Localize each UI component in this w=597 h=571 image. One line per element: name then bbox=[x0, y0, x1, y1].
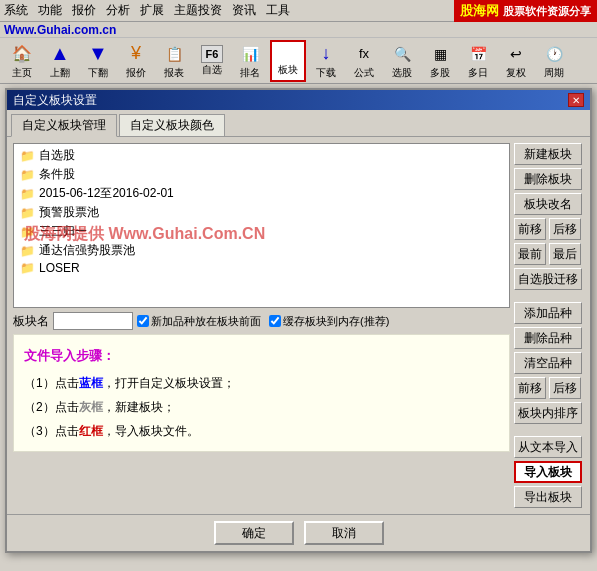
list-item-watchlist[interactable]: 📁自选股 bbox=[16, 146, 507, 165]
btn-multiday-label: 多日 bbox=[468, 66, 488, 80]
instructions-step3: （3）点击红框，导入板块文件。 bbox=[24, 419, 499, 443]
period-icon: 🕐 bbox=[542, 42, 566, 66]
btn-price[interactable]: ¥ 报价 bbox=[118, 40, 154, 82]
btn-move-up[interactable]: 前移 bbox=[514, 218, 546, 240]
btn-home[interactable]: 🏠 主页 bbox=[4, 40, 40, 82]
list-item-loser[interactable]: 📁LOSER bbox=[16, 260, 507, 276]
multistock-icon: ▦ bbox=[428, 42, 452, 66]
checkbox-cache[interactable] bbox=[269, 315, 281, 327]
dialog-content: 📁自选股 📁条件股 📁2015-06-12至2016-02-01 📁预警股票池 … bbox=[7, 137, 590, 514]
checkbox-cache-text: 缓存板块到内存(推荐) bbox=[283, 314, 389, 329]
btn-stockpick[interactable]: 🔍 选股 bbox=[384, 40, 420, 82]
btn-price-label: 报价 bbox=[126, 66, 146, 80]
instructions-title: 文件导入步骤： bbox=[24, 343, 499, 369]
menu-analysis[interactable]: 分析 bbox=[106, 2, 130, 19]
btn-report[interactable]: 📋 报表 bbox=[156, 40, 192, 82]
panel-name-input[interactable] bbox=[53, 312, 133, 330]
list-item-condition[interactable]: 📁条件股 bbox=[16, 165, 507, 184]
folder-icon-333: 📁 bbox=[20, 225, 35, 239]
ranking-icon: 📊 bbox=[238, 42, 262, 66]
report-icon: 📋 bbox=[162, 42, 186, 66]
panel-name-label: 板块名 bbox=[13, 313, 49, 330]
folder-icon-condition: 📁 bbox=[20, 168, 35, 182]
btn-stock-up[interactable]: 前移 bbox=[514, 377, 546, 399]
menu-info[interactable]: 资讯 bbox=[232, 2, 256, 19]
left-panel: 📁自选股 📁条件股 📁2015-06-12至2016-02-01 📁预警股票池 … bbox=[13, 143, 510, 508]
checkbox-front[interactable] bbox=[137, 315, 149, 327]
site-url: Www.Guhai.com.cn bbox=[4, 23, 116, 37]
btn-new-block[interactable]: 新建板块 bbox=[514, 143, 582, 165]
btn-up-label: 上翻 bbox=[50, 66, 70, 80]
down-icon: ▼ bbox=[86, 42, 110, 66]
btn-watchlist[interactable]: F6 自选 bbox=[194, 40, 230, 82]
btn-rename-block[interactable]: 板块改名 bbox=[514, 193, 582, 215]
menu-bar: 系统 功能 报价 分析 扩展 主题投资 资讯 工具 股海网 股票软件资源分享 bbox=[0, 0, 597, 22]
menu-extend[interactable]: 扩展 bbox=[140, 2, 164, 19]
watchlist-icon: F6 bbox=[201, 45, 223, 63]
instructions-step2: （2）点击灰框，新建板块； bbox=[24, 395, 499, 419]
menu-quote[interactable]: 报价 bbox=[72, 2, 96, 19]
btn-multistock[interactable]: ▦ 多股 bbox=[422, 40, 458, 82]
block-list[interactable]: 📁自选股 📁条件股 📁2015-06-12至2016-02-01 📁预警股票池 … bbox=[13, 143, 510, 308]
block-icon bbox=[277, 45, 299, 63]
btn-import-text[interactable]: 从文本导入 bbox=[514, 436, 582, 458]
btn-up[interactable]: ▲ 上翻 bbox=[42, 40, 78, 82]
btn-cancel[interactable]: 取消 bbox=[304, 521, 384, 545]
btn-block[interactable]: 板块 bbox=[270, 40, 306, 82]
btn-delete-stock[interactable]: 删除品种 bbox=[514, 327, 582, 349]
dialog-bottom-buttons: 确定 取消 bbox=[7, 514, 590, 551]
btn-formula[interactable]: fx 公式 bbox=[346, 40, 382, 82]
list-item-date-range[interactable]: 📁2015-06-12至2016-02-01 bbox=[16, 184, 507, 203]
btn-download[interactable]: ↓ 下载 bbox=[308, 40, 344, 82]
btn-delete-block[interactable]: 删除板块 bbox=[514, 168, 582, 190]
btn-stock-down[interactable]: 后移 bbox=[549, 377, 581, 399]
price-icon: ¥ bbox=[124, 42, 148, 66]
btn-import-block[interactable]: 导入板块 bbox=[514, 461, 582, 483]
list-item-333[interactable]: 📁三三归一 bbox=[16, 222, 507, 241]
btn-multistock-label: 多股 bbox=[430, 66, 450, 80]
tab-block-color[interactable]: 自定义板块颜色 bbox=[119, 114, 225, 136]
btn-confirm[interactable]: 确定 bbox=[214, 521, 294, 545]
checkbox-front-label: 新加品种放在板块前面 bbox=[137, 314, 261, 329]
menu-tools[interactable]: 工具 bbox=[266, 2, 290, 19]
step2-highlight: 灰框 bbox=[79, 400, 103, 414]
btn-sort-block[interactable]: 板块内排序 bbox=[514, 402, 582, 424]
download-icon: ↓ bbox=[314, 42, 338, 66]
btn-move-down[interactable]: 后移 bbox=[549, 218, 581, 240]
checkbox-front-text: 新加品种放在板块前面 bbox=[151, 314, 261, 329]
btn-period-label: 周期 bbox=[544, 66, 564, 80]
btn-migrate-watchlist[interactable]: 自选股迁移 bbox=[514, 268, 582, 290]
btn-period[interactable]: 🕐 周期 bbox=[536, 40, 572, 82]
btn-restore[interactable]: ↩ 复权 bbox=[498, 40, 534, 82]
btn-multiday[interactable]: 📅 多日 bbox=[460, 40, 496, 82]
move-extreme-btn-row: 最前 最后 bbox=[514, 243, 584, 265]
stock-move-btn-row: 前移 后移 bbox=[514, 377, 584, 399]
folder-icon-warning: 📁 bbox=[20, 206, 35, 220]
instructions-step1: （1）点击蓝框，打开自定义板块设置； bbox=[24, 371, 499, 395]
btn-home-label: 主页 bbox=[12, 66, 32, 80]
tab-block-manage[interactable]: 自定义板块管理 bbox=[11, 114, 117, 137]
multiday-icon: 📅 bbox=[466, 42, 490, 66]
list-item-warning[interactable]: 📁预警股票池 bbox=[16, 203, 507, 222]
menu-theme[interactable]: 主题投资 bbox=[174, 2, 222, 19]
list-item-tongda[interactable]: 📁通达信强势股票池 bbox=[16, 241, 507, 260]
btn-down[interactable]: ▼ 下翻 bbox=[80, 40, 116, 82]
btn-stockpick-label: 选股 bbox=[392, 66, 412, 80]
btn-ranking[interactable]: 📊 排名 bbox=[232, 40, 268, 82]
restore-icon: ↩ bbox=[504, 42, 528, 66]
move-btn-row: 前移 后移 bbox=[514, 218, 584, 240]
up-icon: ▲ bbox=[48, 42, 72, 66]
folder-icon-loser: 📁 bbox=[20, 261, 35, 275]
dialog-titlebar: 自定义板块设置 ✕ bbox=[7, 90, 590, 110]
btn-move-last[interactable]: 最后 bbox=[549, 243, 581, 265]
dialog-close-btn[interactable]: ✕ bbox=[568, 93, 584, 107]
btn-clear-stock[interactable]: 清空品种 bbox=[514, 352, 582, 374]
dialog-title: 自定义板块设置 bbox=[13, 92, 97, 109]
btn-export-block[interactable]: 导出板块 bbox=[514, 486, 582, 508]
menu-function[interactable]: 功能 bbox=[38, 2, 62, 19]
menu-system[interactable]: 系统 bbox=[4, 2, 28, 19]
url-bar: Www.Guhai.com.cn bbox=[0, 22, 597, 38]
btn-add-stock[interactable]: 添加品种 bbox=[514, 302, 582, 324]
folder-icon-date-range: 📁 bbox=[20, 187, 35, 201]
btn-move-first[interactable]: 最前 bbox=[514, 243, 546, 265]
